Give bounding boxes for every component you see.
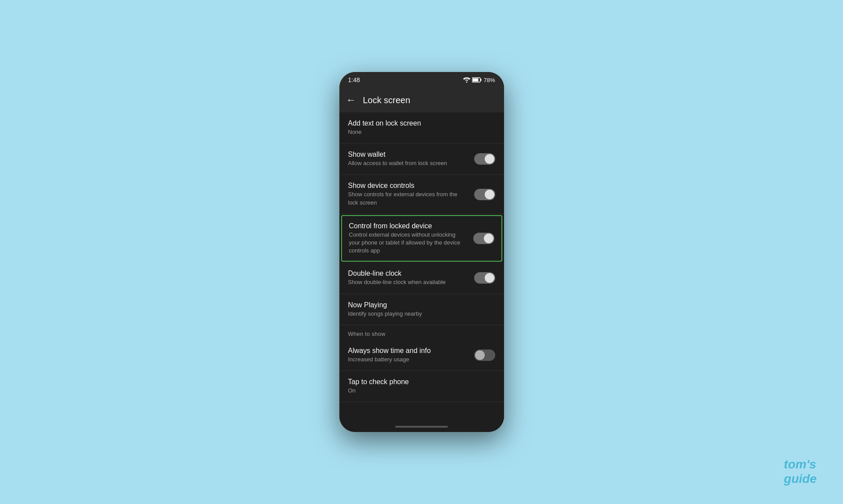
setting-tap-to-check-text: Tap to check phone On — [348, 378, 495, 395]
toggle-always-show-time-knob — [475, 350, 485, 360]
setting-now-playing-text: Now Playing Identify songs playing nearb… — [348, 301, 495, 318]
setting-show-wallet-text: Show wallet Allow access to wallet from … — [348, 151, 474, 167]
setting-always-show-time-text: Always show time and info Increased batt… — [348, 347, 474, 364]
svg-rect-1 — [481, 79, 482, 81]
setting-always-show-time[interactable]: Always show time and info Increased batt… — [339, 340, 504, 371]
setting-show-wallet-title: Show wallet — [348, 151, 469, 158]
setting-now-playing[interactable]: Now Playing Identify songs playing nearb… — [339, 294, 504, 325]
page-title: Lock screen — [363, 95, 411, 105]
setting-show-device-controls[interactable]: Show device controls Show controls for e… — [339, 175, 504, 214]
watermark: tom's guide — [784, 457, 817, 486]
status-bar: 1:48 78% — [339, 72, 504, 88]
battery-percent: 78% — [483, 77, 495, 83]
setting-show-wallet[interactable]: Show wallet Allow access to wallet from … — [339, 144, 504, 175]
toggle-show-wallet-knob — [485, 154, 494, 164]
setting-double-line-clock[interactable]: Double-line clock Show double-line clock… — [339, 263, 504, 294]
section-header-when-to-show: When to show — [339, 325, 504, 340]
watermark-line1: tom's — [784, 457, 817, 472]
status-icons: 78% — [463, 77, 495, 83]
toggle-double-line-clock-knob — [485, 273, 494, 283]
setting-double-line-clock-title: Double-line clock — [348, 270, 469, 277]
phone-frame: 1:48 78% ← Lock screen Add text on lock … — [339, 72, 504, 432]
setting-show-device-controls-subtitle: Show controls for external devices from … — [348, 191, 469, 206]
svg-rect-2 — [473, 79, 479, 82]
setting-always-show-time-subtitle: Increased battery usage — [348, 356, 469, 364]
setting-add-text-subtitle: None — [348, 128, 490, 136]
toggle-control-from-locked[interactable] — [473, 233, 494, 244]
setting-tap-to-check-title: Tap to check phone — [348, 378, 490, 386]
settings-content: Add text on lock screen None Show wallet… — [339, 112, 504, 421]
toggle-show-wallet[interactable] — [474, 153, 495, 165]
home-indicator — [395, 426, 448, 428]
setting-control-from-locked-text: Control from locked device Control exter… — [349, 222, 473, 255]
wifi-icon — [463, 77, 470, 83]
setting-add-text-text: Add text on lock screen None — [348, 119, 495, 136]
setting-tap-to-check-subtitle: On — [348, 387, 490, 395]
setting-control-from-locked-title: Control from locked device — [349, 222, 468, 230]
setting-add-text[interactable]: Add text on lock screen None — [339, 112, 504, 144]
status-time: 1:48 — [348, 76, 360, 83]
toggle-double-line-clock[interactable] — [474, 272, 495, 284]
setting-always-show-time-title: Always show time and info — [348, 347, 469, 355]
setting-now-playing-subtitle: Identify songs playing nearby — [348, 310, 490, 318]
bottom-bar — [339, 421, 504, 432]
back-button[interactable]: ← — [346, 94, 356, 106]
setting-control-from-locked-subtitle: Control external devices without unlocki… — [349, 231, 468, 255]
setting-show-wallet-subtitle: Allow access to wallet from lock screen — [348, 159, 469, 167]
battery-icon — [472, 77, 482, 83]
toggle-show-device-controls-knob — [485, 190, 494, 199]
setting-double-line-clock-text: Double-line clock Show double-line clock… — [348, 270, 474, 286]
setting-show-device-controls-title: Show device controls — [348, 182, 469, 190]
setting-tap-to-check[interactable]: Tap to check phone On — [339, 371, 504, 402]
setting-control-from-locked[interactable]: Control from locked device Control exter… — [341, 215, 502, 262]
setting-now-playing-title: Now Playing — [348, 301, 490, 309]
top-bar: ← Lock screen — [339, 88, 504, 112]
setting-show-device-controls-text: Show device controls Show controls for e… — [348, 182, 474, 206]
toggle-show-device-controls[interactable] — [474, 189, 495, 200]
watermark-line2: guide — [784, 472, 817, 486]
setting-add-text-title: Add text on lock screen — [348, 119, 490, 127]
toggle-control-from-locked-knob — [484, 234, 494, 243]
setting-double-line-clock-subtitle: Show double-line clock when available — [348, 278, 469, 286]
toggle-always-show-time[interactable] — [474, 349, 495, 361]
